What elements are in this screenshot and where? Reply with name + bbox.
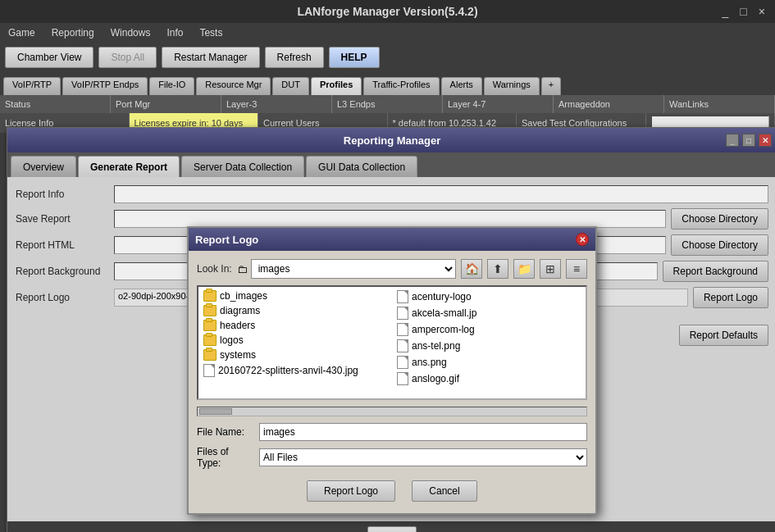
tab-resource-mgr[interactable]: Resource Mgr [196, 77, 271, 95]
rm-tab-server-data[interactable]: Server Data Collection [181, 156, 304, 177]
menu-reporting[interactable]: Reporting [48, 26, 98, 39]
file-icon [397, 323, 408, 336]
status-tabs: Status Port Mgr Layer-3 L3 Endps Layer 4… [0, 95, 775, 113]
look-in-label: Look In: [197, 263, 232, 275]
app-title: LANforge Manager Version(5.4.2) [297, 5, 477, 18]
main-tabs: VoIP/RTP VoIP/RTP Endps File-IO Resource… [0, 72, 775, 95]
menu-info[interactable]: Info [163, 26, 186, 39]
list-view-button[interactable]: ⊞ [540, 259, 561, 279]
folder-name: diagrams [220, 305, 260, 316]
tab-armageddon[interactable]: Armageddon [554, 95, 664, 113]
file-icon [203, 364, 215, 377]
list-item[interactable]: anslogo.gif [394, 371, 584, 387]
file-icon [397, 307, 408, 320]
file-name-input[interactable]: images [259, 423, 587, 441]
rm-tab-gui-data[interactable]: GUI Data Collection [306, 156, 417, 177]
rm-tab-overview[interactable]: Overview [11, 156, 76, 177]
tab-profiles[interactable]: Profiles [311, 77, 362, 95]
list-item[interactable]: systems [200, 348, 390, 362]
new-folder-button[interactable]: 📁 [513, 259, 535, 279]
tab-layer3[interactable]: Layer-3 [221, 95, 332, 113]
close-button[interactable]: × [755, 5, 768, 18]
list-item[interactable]: 20160722-splitters-anvil-430.jpg [200, 362, 390, 379]
file-name: akcela-small.jp [412, 307, 476, 319]
tab-status[interactable]: Status [0, 95, 111, 113]
tab-port-mgr[interactable]: Port Mgr [111, 95, 221, 113]
folder-name: systems [220, 349, 256, 361]
menu-bar: Game Reporting Windows Info Tests [0, 23, 775, 43]
rm-content: Report Info Save Report Choose Directory… [7, 177, 775, 521]
file-name: ans-tel.png [412, 340, 460, 352]
tab-voip-rtp-endps[interactable]: VoIP/RTP Endps [62, 77, 148, 95]
title-bar-controls: _ □ × [719, 5, 768, 18]
tab-warnings[interactable]: Warnings [484, 77, 540, 95]
refresh-button[interactable]: Refresh [265, 47, 324, 68]
rm-title-bar: Reporting Manager _ □ ✕ [7, 128, 775, 152]
list-item[interactable]: acentury-logo [394, 289, 584, 305]
list-item[interactable]: cb_images [200, 289, 390, 303]
file-name: ampercom-log [412, 324, 475, 335]
rm-close-button[interactable]: ✕ [759, 134, 772, 147]
dialog-buttons: Report Logo Cancel [197, 477, 587, 505]
file-list-left-col: cb_images diagrams headers [198, 287, 392, 398]
rm-title: Reporting Manager [344, 134, 440, 147]
title-bar: LANforge Manager Version(5.4.2) _ □ × [0, 0, 775, 23]
dialog-close-button[interactable]: ✕ [576, 233, 589, 246]
detail-view-button[interactable]: ≡ [566, 259, 587, 279]
folder-name: cb_images [220, 290, 267, 302]
files-of-type-label: Files of Type: [197, 446, 254, 469]
rm-tab-generate-report[interactable]: Generate Report [78, 156, 180, 177]
help-button[interactable]: HELP [329, 47, 380, 68]
files-of-type-select[interactable]: All Files PNG Files JPG Files GIF Files [259, 448, 587, 466]
file-type-row: Files of Type: All Files PNG Files JPG F… [197, 446, 587, 469]
rm-maximize-button[interactable]: □ [742, 134, 755, 147]
folder-icon [203, 320, 217, 331]
list-item[interactable]: ans.png [394, 354, 584, 371]
list-item[interactable]: headers [200, 318, 390, 333]
up-folder-button[interactable]: ⬆ [487, 259, 508, 279]
tab-l3-endps[interactable]: L3 Endps [332, 95, 443, 113]
folder-icon [203, 290, 217, 302]
stop-all-button[interactable]: Stop All [98, 47, 157, 68]
folder-indicator-icon: 🗀 [237, 263, 248, 275]
folder-icon [203, 334, 217, 346]
tab-layer47[interactable]: Layer 4-7 [443, 95, 554, 113]
chamber-view-button[interactable]: Chamber View [5, 47, 93, 68]
minimize-button[interactable]: _ [719, 5, 732, 18]
maximize-button[interactable]: □ [736, 5, 750, 18]
menu-windows[interactable]: Windows [107, 26, 154, 39]
menu-tests[interactable]: Tests [196, 26, 226, 39]
tab-traffic-profiles[interactable]: Traffic-Profiles [363, 77, 439, 95]
folder-icon [203, 349, 217, 361]
rm-minimize-button[interactable]: _ [726, 134, 739, 147]
list-item[interactable]: logos [200, 333, 390, 348]
home-button[interactable]: 🏠 [461, 259, 482, 279]
rm-tabs: Overview Generate Report Server Data Col… [7, 152, 775, 177]
tab-plus[interactable]: + [541, 77, 561, 95]
tab-voip-rtp[interactable]: VoIP/RTP [3, 77, 61, 95]
toolbar: Chamber View Stop All Restart Manager Re… [0, 43, 775, 72]
tab-wanlinks[interactable]: WanLinks [664, 95, 775, 113]
close-rm-button[interactable]: Close [367, 526, 417, 532]
main-window: LANforge Manager Version(5.4.2) _ □ × Ga… [0, 0, 775, 133]
list-item[interactable]: diagrams [200, 303, 390, 318]
folder-icon [203, 305, 217, 316]
dialog-report-logo-button[interactable]: Report Logo [307, 480, 395, 502]
dialog-cancel-button[interactable]: Cancel [412, 480, 477, 502]
file-name: acentury-logo [412, 291, 472, 302]
tab-file-io[interactable]: File-IO [149, 77, 194, 95]
folder-name: headers [220, 320, 255, 331]
menu-game[interactable]: Game [5, 26, 39, 39]
list-item[interactable]: ans-tel.png [394, 338, 584, 354]
list-item[interactable]: ampercom-log [394, 321, 584, 338]
list-item[interactable]: akcela-small.jp [394, 305, 584, 321]
look-in-select[interactable]: images [251, 259, 456, 279]
horizontal-scrollbar[interactable] [197, 407, 587, 416]
tab-dut[interactable]: DUT [272, 77, 309, 95]
file-icon [397, 372, 408, 385]
file-name-label: File Name: [197, 426, 254, 438]
file-icon [397, 290, 408, 303]
restart-manager-button[interactable]: Restart Manager [162, 47, 259, 68]
tab-alerts[interactable]: Alerts [441, 77, 482, 95]
file-list: cb_images diagrams headers [197, 285, 587, 400]
